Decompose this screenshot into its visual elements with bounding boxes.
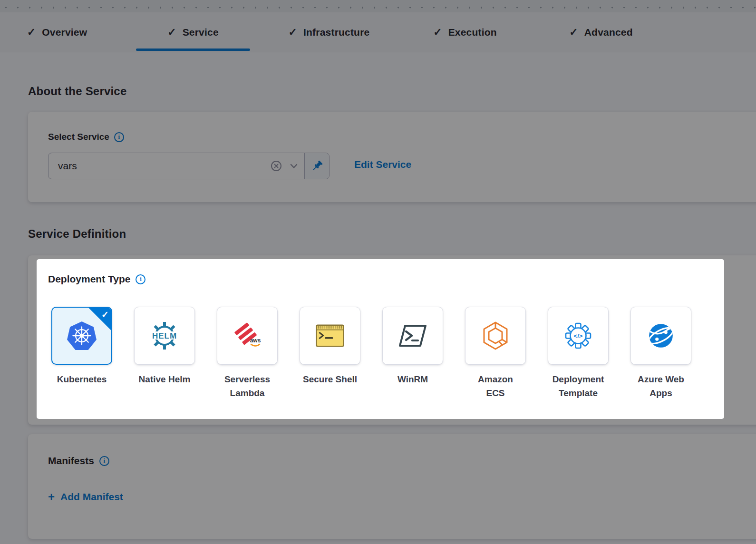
svg-text:HELM: HELM: [152, 331, 177, 340]
service-definition-card: Deployment Type Kube: [28, 255, 756, 425]
manifests-heading-text: Manifests: [48, 455, 94, 466]
tile-label-secure-shell: Secure Shell: [303, 372, 357, 386]
plus-icon: [48, 491, 55, 503]
checkmark-icon: [27, 27, 36, 38]
selected-corner-badge: [88, 308, 111, 330]
helm-icon: HELM: [148, 319, 181, 352]
checkmark-icon: [569, 27, 578, 38]
manifests-card: Manifests Add Manifest: [28, 434, 756, 539]
deployment-option-secure-shell-col: Secure Shell: [289, 307, 371, 400]
deployment-option-kubernetes-col: Kubernetes: [40, 307, 123, 400]
secure-shell-icon: [316, 324, 344, 347]
azure-web-apps-icon: [647, 322, 675, 350]
tab-execution[interactable]: Execution: [408, 12, 522, 52]
service-select-value: vars: [58, 160, 262, 172]
checkmark-icon: [167, 27, 176, 38]
info-icon[interactable]: [136, 274, 145, 284]
tile-label-deployment-template: DeploymentTemplate: [552, 372, 604, 400]
chevron-down-icon[interactable]: [290, 164, 298, 169]
amazon-ecs-icon: [481, 321, 510, 351]
tab-label: Infrastructure: [303, 27, 369, 38]
deployment-type-label: Deployment Type: [48, 273, 145, 285]
about-service-heading: About the Service: [28, 85, 126, 98]
add-manifest-label: Add Manifest: [60, 491, 123, 503]
deployment-option-azure-web-apps-col: Azure WebApps: [620, 307, 702, 400]
tile-label-native-helm: Native Helm: [139, 372, 191, 386]
deployment-option-secure-shell[interactable]: [300, 307, 360, 365]
tab-label: Advanced: [584, 27, 633, 38]
checkmark-icon: [289, 27, 297, 38]
deployment-option-kubernetes[interactable]: [51, 307, 112, 365]
clear-icon[interactable]: [270, 160, 282, 172]
tab-label: Execution: [448, 27, 497, 38]
deployment-option-serverless-lambda[interactable]: aws: [217, 307, 278, 365]
tile-label-azure-web-apps: Azure WebApps: [638, 372, 684, 400]
svg-text:aws: aws: [250, 337, 261, 344]
pushpin-icon: [310, 159, 324, 173]
deployment-option-native-helm-col: HELM Native Helm: [123, 307, 206, 400]
deployment-option-winrm[interactable]: [382, 307, 443, 365]
info-icon[interactable]: [99, 456, 109, 466]
checkmark-icon: [101, 309, 109, 320]
winrm-icon: [398, 323, 427, 348]
tab-infrastructure[interactable]: Infrastructure: [272, 12, 386, 52]
deployment-option-amazon-ecs[interactable]: [465, 307, 526, 365]
pipeline-canvas-strip: [0, 0, 756, 12]
tile-label-winrm: WinRM: [397, 372, 428, 386]
deployment-option-winrm-col: WinRM: [371, 307, 454, 400]
deployment-type-label-text: Deployment Type: [48, 273, 130, 285]
tile-label-amazon-ecs: AmazonECS: [478, 372, 513, 400]
deployment-option-amazon-ecs-col: AmazonECS: [454, 307, 537, 400]
select-service-label: Select Service: [48, 132, 124, 142]
deployment-option-deployment-template[interactable]: </>: [548, 307, 609, 365]
deployment-template-icon: </>: [563, 321, 593, 351]
edit-service-link[interactable]: Edit Service: [354, 159, 411, 170]
service-select-input[interactable]: vars: [48, 153, 304, 179]
tile-label-kubernetes: Kubernetes: [57, 372, 107, 386]
tab-overview[interactable]: Overview: [0, 12, 114, 52]
add-manifest-button[interactable]: Add Manifest: [48, 491, 123, 503]
deployment-option-deployment-template-col: </> DeploymentTemplate: [537, 307, 620, 400]
service-select-group: vars: [48, 153, 330, 179]
deployment-type-tiles: Kubernetes HELM Native Helm: [40, 307, 702, 400]
tab-advanced[interactable]: Advanced: [544, 12, 658, 52]
tile-label-serverless-lambda: ServerlessLambda: [224, 372, 270, 400]
tab-service[interactable]: Service: [136, 12, 250, 52]
stage-tabbar: Overview Service Infrastructure Executio…: [0, 12, 756, 52]
deployment-option-native-helm[interactable]: HELM: [134, 307, 195, 365]
serverless-lambda-icon: aws: [232, 321, 262, 351]
tab-label: Service: [183, 27, 219, 38]
svg-text:</>: </>: [574, 332, 583, 340]
about-service-card: Select Service vars Edit Service: [28, 112, 756, 202]
service-definition-heading: Service Definition: [28, 227, 126, 241]
info-icon[interactable]: [114, 132, 124, 142]
tab-label: Overview: [42, 27, 87, 38]
deployment-option-azure-web-apps[interactable]: [630, 307, 691, 365]
manifests-heading: Manifests: [48, 455, 109, 466]
pin-button[interactable]: [304, 153, 329, 179]
select-service-label-text: Select Service: [48, 132, 109, 142]
checkmark-icon: [433, 27, 442, 38]
deployment-option-serverless-lambda-col: aws ServerlessLambda: [206, 307, 289, 400]
